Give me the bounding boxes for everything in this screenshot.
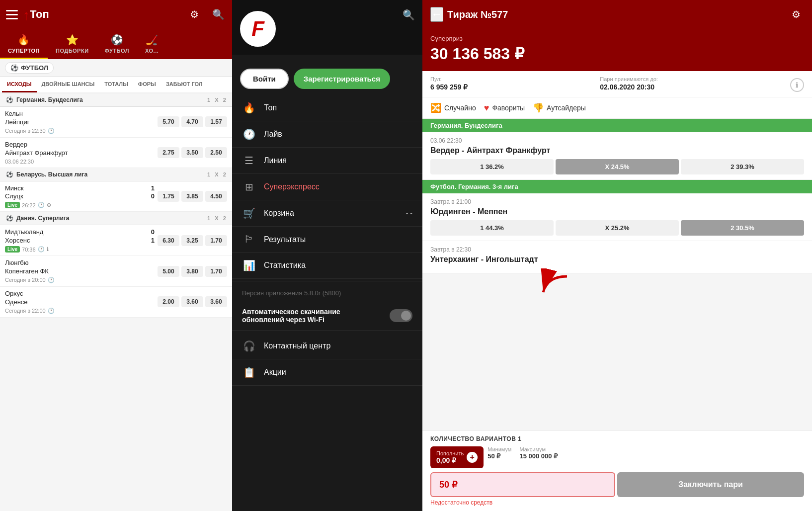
menu-item-cart[interactable]: 🛒 Корзина - - xyxy=(232,200,422,227)
match-teams: Вердер Айнтрахт Франкфурт xyxy=(5,141,155,158)
random-icon: 🔀 xyxy=(430,102,441,113)
back-button[interactable]: ← xyxy=(430,7,443,22)
panel-side-menu: 🔍 F Войти Зарегистрироваться 🔥 Топ 🕐 Лай… xyxy=(232,0,422,511)
panel1-title: Топ xyxy=(30,8,49,21)
filter-outsiders-btn[interactable]: 👎 Аутсайдеры xyxy=(533,102,586,113)
login-button[interactable]: Войти xyxy=(240,69,289,89)
menu-item-results[interactable]: 🏳 Результаты xyxy=(232,227,422,253)
fire-icon: 🔥 xyxy=(17,34,30,46)
variants-label: КОЛИЧЕСТВО ВАРИАНТОВ 1 xyxy=(430,435,804,442)
p3-match-card: Завтра в 22:30 Унтерхакинг - Ингольштадт xyxy=(422,241,812,273)
superpriz-amount: 30 136 583 ₽ xyxy=(430,44,804,63)
menu-item-top[interactable]: 🔥 Топ xyxy=(232,95,422,121)
odd-x[interactable]: 3.25 xyxy=(181,235,203,246)
p3-match-card: Завтра в 21:00 Юрдинген - Меппен 1 44.3%… xyxy=(422,193,812,241)
bet-controls: Пополнить 0,00 ₽ + Минимум 50 ₽ Максимум… xyxy=(430,446,804,468)
info-icon-btn[interactable]: ℹ xyxy=(790,78,804,92)
menu-item-stats[interactable]: 📊 Статистика xyxy=(232,253,422,279)
pool-label: Пул: xyxy=(430,76,468,82)
tab-supertop[interactable]: 🔥 СУПЕРТОП xyxy=(0,31,48,59)
deadline-value: 02.06.2020 20:30 xyxy=(600,83,658,91)
odd-2[interactable]: 3.60 xyxy=(205,296,227,307)
filter-favorites-btn[interactable]: ♥ Фавориты xyxy=(484,103,525,113)
p3-odd-x[interactable]: X 24.5% xyxy=(556,159,679,174)
odd-1[interactable]: 6.30 xyxy=(158,235,179,246)
match-time: Сегодня в 22:30 🕐 xyxy=(5,128,155,134)
odd-2[interactable]: 4.50 xyxy=(205,191,227,202)
odd-1[interactable]: 5.00 xyxy=(158,266,179,277)
bet-amount-display[interactable]: 50 ₽ xyxy=(430,472,615,497)
filter-icon[interactable]: ⚙ xyxy=(186,6,202,22)
nav-tabs: 🔥 СУПЕРТОП ⭐ ПОДБОРКИ ⚽ ФУТБОЛ 🏒 ХО... xyxy=(0,29,232,59)
tab-selections[interactable]: ⭐ ПОДБОРКИ xyxy=(48,31,97,59)
tab-football[interactable]: ⚽ ФУТБОЛ xyxy=(97,31,137,59)
p1-header-actions: ⚙ 🔍 xyxy=(186,6,226,22)
odd-2[interactable]: 1.70 xyxy=(205,235,227,246)
match-teams: Мидтьюланд 0 xyxy=(5,228,155,237)
auto-update-toggle[interactable] xyxy=(390,309,412,322)
match-info: Люнгбю Копенгаген ФК Сегодня в 20:00 🕐 xyxy=(5,259,155,283)
menu-item-promotions[interactable]: 📋 Акции xyxy=(232,359,422,386)
clock-icon: 🕐 xyxy=(38,246,45,253)
odd-x[interactable]: 3.60 xyxy=(181,296,203,307)
version-text: Версия приложения 5.8.0r (5800) xyxy=(232,283,422,303)
p3-odd-2[interactable]: 2 30.5% xyxy=(681,220,804,236)
match-info: Мидтьюланд 0 Хорсенс 1 Live 70:36 🕐 ℹ xyxy=(5,228,155,253)
odd-x[interactable]: 4.70 xyxy=(181,116,203,127)
p3-match-time: 03.06 22:30 xyxy=(430,137,804,144)
clock-icon: 🕐 xyxy=(48,308,55,314)
p3-match-time: Завтра в 22:30 xyxy=(430,246,804,253)
menu-item-live[interactable]: 🕐 Лайв xyxy=(232,121,422,148)
tab-double-chance[interactable]: ДВОЙНЫЕ ШАНСЫ xyxy=(37,77,100,92)
p3-odd-1[interactable]: 1 36.2% xyxy=(430,159,554,174)
p3-match-name: Унтерхакинг - Ингольштадт xyxy=(430,255,804,264)
add-funds-button[interactable]: Пополнить 0,00 ₽ + xyxy=(430,446,484,468)
p3-info-row: Пул: 6 959 259 ₽ Пари принимаются до: 02… xyxy=(422,71,812,97)
odd-2[interactable]: 1.70 xyxy=(205,266,227,277)
add-plus-icon[interactable]: + xyxy=(467,452,478,463)
filter-random-btn[interactable]: 🔀 Случайно xyxy=(430,102,476,113)
p1-header-left: ↑ Топ xyxy=(6,8,49,21)
odd-2[interactable]: 2.50 xyxy=(205,147,227,158)
thumbdown-icon: 👎 xyxy=(533,102,544,113)
p3-odd-2[interactable]: 2 39.3% xyxy=(681,159,804,174)
tab-outcomes[interactable]: ИСХОДЫ xyxy=(2,77,37,92)
pool-block: Пул: 6 959 259 ₽ xyxy=(430,76,468,91)
search-icon[interactable]: 🔍 xyxy=(210,6,226,22)
p3-header: ← Тираж №577 ⚙ xyxy=(422,0,812,29)
match-row: Орхус Оденсе Сегодня в 22:00 🕐 2.00 3.60… xyxy=(0,287,232,318)
sport-tag-football[interactable]: ⚽ ФУТБОЛ xyxy=(5,62,54,74)
tab-totals[interactable]: ТОТАЛЫ xyxy=(99,77,133,92)
odd-1[interactable]: 2.00 xyxy=(158,296,179,307)
p3-odd-x[interactable]: X 25.2% xyxy=(556,220,679,236)
fire-menu-icon: 🔥 xyxy=(242,102,256,114)
p3-settings-icon[interactable]: ⚙ xyxy=(788,6,804,22)
confirm-bet-button[interactable]: Заключить пари xyxy=(617,472,804,497)
odd-x[interactable]: 3.85 xyxy=(181,191,203,202)
register-button[interactable]: Зарегистрироваться xyxy=(294,69,390,89)
p3-matches-list: Германия. Бундеслига 03.06 22:30 Вердер … xyxy=(422,119,812,430)
odd-1[interactable]: 2.75 xyxy=(158,147,179,158)
match-info: Минск 1 Слуцк 0 Live 26:22 🕐 ⊕ xyxy=(5,184,155,209)
live-badge: Live xyxy=(5,202,20,208)
tiraж-title: Тираж №577 xyxy=(447,9,788,20)
odd-1[interactable]: 1.75 xyxy=(158,191,179,202)
tab-hockey[interactable]: 🏒 ХО... xyxy=(137,31,166,59)
clock-icon: 🕐 xyxy=(48,277,55,283)
panel-tiraж: ← Тираж №577 ⚙ Суперприз 30 136 583 ₽ Пу… xyxy=(422,0,812,511)
odd-1[interactable]: 5.70 xyxy=(158,116,179,127)
menu-item-line[interactable]: ☰ Линия xyxy=(232,148,422,174)
search-icon-p2[interactable]: 🔍 xyxy=(401,7,416,23)
menu-item-superexpress[interactable]: ⊞ Суперэкспресс xyxy=(232,174,422,200)
p3-odd-1[interactable]: 1 44.3% xyxy=(430,220,554,236)
live-badge: Live xyxy=(5,246,20,253)
p3-match-name: Юрдинген - Меппен xyxy=(430,207,804,216)
tab-handicap[interactable]: ФОРЫ xyxy=(133,77,161,92)
tab-score[interactable]: ЗАБЬЮТ ГОЛ xyxy=(161,77,208,92)
odd-x[interactable]: 3.50 xyxy=(181,147,203,158)
menu-item-contact[interactable]: 🎧 Контактный центр xyxy=(232,333,422,359)
odd-2[interactable]: 1.57 xyxy=(205,116,227,127)
add-funds-value: 0,00 ₽ xyxy=(436,456,456,464)
menu-icon[interactable] xyxy=(6,10,18,19)
odd-x[interactable]: 3.80 xyxy=(181,266,203,277)
